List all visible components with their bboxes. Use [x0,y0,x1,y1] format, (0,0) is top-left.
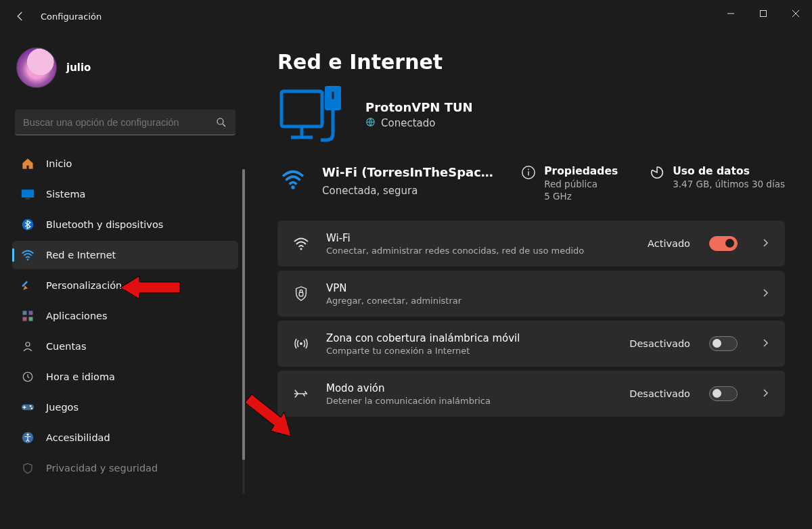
wifi-icon [20,248,35,262]
chevron-right-icon [759,338,773,350]
sidebar-item-label: Bluetooth y dispositivos [46,219,163,230]
wifi-info[interactable]: Wi-Fi (TorresInTheSpac… Conectada, segur… [322,165,508,197]
maximize-button[interactable] [747,0,780,27]
svg-point-19 [27,434,29,436]
user-block[interactable]: julio [16,47,234,88]
home-icon [20,156,35,171]
ethernet-monitor-icon [277,82,345,147]
info-icon [521,165,536,182]
nav-list: Inicio Sistema Bluetooth y dispositivos … [12,147,238,529]
svg-rect-5 [26,198,30,200]
wifi-status-row: Wi-Fi (TorresInTheSpac… Conectada, segur… [277,165,785,202]
username: julio [66,62,91,74]
wifi-icon [277,165,309,189]
card-wifi[interactable]: Wi-Fi Conectar, administrar redes conoci… [277,221,785,267]
card-sub: Comparte tu conexión a Internet [326,346,616,356]
card-state: Desactivado [629,388,690,399]
data-usage-block[interactable]: Uso de datos 3.47 GB, últimos 30 días [650,165,785,189]
sidebar-item-label: Inicio [46,158,72,169]
page-title: Red e Internet [277,50,785,74]
sidebar-item-time[interactable]: Hora e idioma [12,363,238,391]
svg-rect-11 [23,317,27,321]
properties-block[interactable]: Propiedades Red pública 5 GHz [521,165,636,202]
wifi-icon [290,237,313,250]
sidebar-item-bluetooth[interactable]: Bluetooth y dispositivos [12,210,238,239]
card-sub: Detener la comunicación inalámbrica [326,396,616,406]
svg-point-16 [30,405,32,407]
card-state: Activado [648,238,690,249]
sidebar-item-privacy[interactable]: Privacidad y seguridad [12,454,238,482]
svg-rect-9 [23,311,27,315]
globe-icon [365,117,376,130]
search-input[interactable] [23,117,215,128]
chevron-right-icon [759,238,773,250]
sidebar-item-label: Sistema [46,189,85,200]
titlebar: Configuración [0,0,812,32]
bluetooth-icon [20,217,35,232]
sidebar-item-accessibility[interactable]: Accesibilidad [12,423,238,452]
svg-point-13 [26,342,30,346]
svg-rect-12 [29,317,33,321]
sidebar-item-label: Aplicaciones [46,310,108,321]
hotspot-icon [290,336,313,351]
apps-icon [20,308,35,323]
vpn-icon [290,285,313,302]
svg-marker-35 [245,394,291,436]
svg-rect-4 [22,189,34,198]
svg-point-7 [27,258,29,260]
svg-point-33 [300,342,302,345]
svg-marker-34 [120,276,180,299]
card-airplane[interactable]: Modo avión Detener la comunicación inalá… [277,371,785,417]
sidebar-item-home[interactable]: Inicio [12,150,238,178]
svg-rect-32 [299,292,303,296]
svg-point-27 [291,185,294,189]
svg-point-17 [31,407,33,409]
svg-rect-10 [29,311,33,315]
hotspot-toggle[interactable] [709,336,738,351]
airplane-toggle[interactable] [709,386,738,401]
back-button[interactable] [12,8,28,24]
card-title: Wi-Fi [326,232,634,244]
window-title: Configuración [41,12,102,22]
accounts-icon [20,339,35,354]
accessibility-icon [20,430,35,445]
card-title: VPN [326,282,746,294]
svg-rect-1 [761,11,767,17]
close-button[interactable] [780,0,812,27]
main-content: Red e Internet ProtonVPN TUN [250,32,812,529]
minimize-button[interactable] [715,0,747,27]
card-sub: Conectar, administrar redes conocidas, r… [326,246,634,256]
chevron-right-icon [759,388,773,400]
svg-rect-24 [330,90,336,101]
svg-point-30 [528,169,529,170]
data-usage-icon [650,165,664,182]
sidebar-item-system[interactable]: Sistema [12,180,238,208]
chevron-right-icon [759,288,773,300]
sidebar-item-gaming[interactable]: Juegos [12,393,238,421]
svg-line-3 [223,124,225,127]
sidebar-item-network[interactable]: Red e Internet [12,241,238,269]
card-title: Modo avión [326,382,616,394]
sidebar-item-label: Red e Internet [46,250,116,260]
sidebar-item-label: Juegos [46,402,78,413]
avatar [16,47,57,88]
settings-cards: Wi-Fi Conectar, administrar redes conoci… [277,221,785,417]
sidebar-item-label: Personalización [46,280,122,291]
sidebar-scrollbar[interactable] [242,169,245,494]
sidebar-item-label: Cuentas [46,341,87,352]
connection-name: ProtonVPN TUN [365,100,473,114]
connection-block[interactable]: ProtonVPN TUN Conectado [277,82,785,147]
search-icon [215,116,227,129]
wifi-toggle[interactable] [709,236,738,251]
card-title: Zona con cobertura inalámbrica móvil [326,332,616,344]
sidebar-item-label: Accesibilidad [46,432,110,443]
sidebar-item-accounts[interactable]: Cuentas [12,332,238,361]
card-sub: Agregar, conectar, administrar [326,296,746,306]
sidebar-item-apps[interactable]: Aplicaciones [12,302,238,330]
card-hotspot[interactable]: Zona con cobertura inalámbrica móvil Com… [277,321,785,367]
card-vpn[interactable]: VPN Agregar, conectar, administrar [277,271,785,317]
system-icon [20,187,35,202]
search-box[interactable] [15,110,235,135]
sidebar-item-label: Hora e idioma [46,371,115,382]
gaming-icon [20,400,35,415]
